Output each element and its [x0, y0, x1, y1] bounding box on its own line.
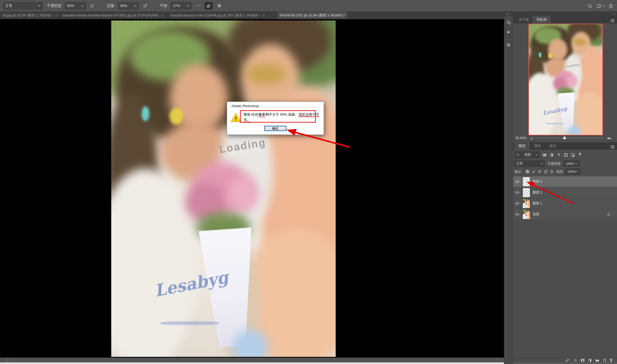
tab-histogram[interactable]: 直方图 — [515, 16, 532, 23]
layer-opacity-select[interactable]: 100% — [564, 161, 579, 167]
chevron-down-icon — [199, 5, 200, 6]
history-panel-button[interactable] — [505, 19, 512, 26]
lock-all-icon[interactable] — [550, 169, 554, 174]
filter-shape-layers-icon[interactable] — [564, 153, 568, 157]
delete-layer-trash-icon[interactable] — [609, 358, 613, 362]
layer-visibility-toggle[interactable] — [513, 187, 521, 198]
document-tab-4-active[interactable]: 0P3A6760.CR2 @ 18.8% (图层 3, RGB/8*) * × — [277, 12, 348, 19]
panel-grip[interactable] — [506, 18, 512, 18]
lock-position-move-icon[interactable] — [538, 170, 542, 174]
navigator-zoom-slider-track[interactable] — [537, 138, 604, 138]
chevron-down-icon — [602, 5, 605, 7]
brush-blend-mode-select[interactable]: 正常 — [3, 2, 43, 10]
eye-icon — [515, 180, 520, 183]
add-layer-mask-icon[interactable] — [581, 358, 585, 362]
size-pressure-button-active[interactable] — [205, 2, 213, 10]
chevron-down-icon — [134, 5, 137, 7]
clone-source-panel-button[interactable] — [505, 41, 512, 48]
navigator-preview[interactable]: Loading Lesabyg — [528, 24, 603, 135]
close-icon[interactable]: × — [263, 14, 265, 18]
workspace-switcher[interactable] — [596, 4, 605, 8]
brush-blend-mode-value: 正常 — [5, 3, 13, 8]
smoothing-value: 27% — [173, 4, 180, 8]
lock-artboard-icon[interactable] — [544, 170, 548, 174]
layer-row-3[interactable]: 图层 3 — [513, 176, 617, 187]
layer-blend-mode-select[interactable]: 正常 — [515, 161, 545, 167]
document-tab-3[interactable]: beautiful-beauty-chair-2118046.jpg @ 28%… — [168, 12, 277, 19]
message-part: 警告:任何 — [244, 112, 258, 116]
document-tab-2[interactable]: beautiful-woman-brunette-fashion-2473952… — [60, 12, 168, 19]
layer-row-background[interactable]: Loading Lesabyg 背景 — [513, 209, 617, 220]
layer-row-2[interactable]: 图层 2 — [513, 187, 617, 198]
new-group-folder-icon[interactable] — [595, 358, 599, 362]
search-icon — [516, 153, 520, 156]
eye-icon — [515, 191, 520, 194]
layers-blend-row: 正常 不透明度: 100% — [513, 160, 617, 168]
tab-paths[interactable]: 路径 — [545, 142, 560, 150]
share-icon[interactable] — [608, 3, 613, 8]
expand-panels-icon[interactable]: « — [507, 12, 508, 15]
paint-symmetry-button[interactable] — [215, 2, 223, 10]
layer-name[interactable]: 图层 1 — [533, 198, 542, 209]
layer-visibility-toggle[interactable] — [513, 209, 521, 220]
navigator-zoom-slider-thumb[interactable] — [563, 136, 566, 139]
filter-type-layers-icon[interactable]: T — [557, 153, 561, 157]
collapse-panels-icon[interactable]: » — [614, 12, 615, 15]
lock-transparency-icon[interactable] — [525, 170, 529, 174]
new-adjustment-layer-icon[interactable] — [588, 358, 592, 362]
layer-visibility-toggle[interactable] — [513, 198, 521, 209]
zoom-out-mountain-icon[interactable] — [530, 136, 534, 139]
layer-thumbnail-image[interactable]: Loading Lesabyg — [523, 199, 530, 208]
chevron-down-icon — [576, 171, 578, 172]
search-icon[interactable] — [587, 3, 593, 9]
gear-icon — [196, 3, 197, 8]
navigator-zoom-value[interactable]: 18.81% — [515, 136, 526, 140]
new-layer-icon[interactable] — [602, 358, 607, 362]
panel-grip[interactable] — [506, 39, 512, 40]
tab-layers[interactable]: 图层 — [515, 142, 529, 150]
status-bar: 〉 — [0, 358, 504, 362]
layer-thumbnail-transparent[interactable] — [523, 177, 530, 187]
airbrush-button[interactable] — [141, 2, 149, 10]
close-icon[interactable]: × — [161, 14, 163, 18]
smoothing-options-gear-button[interactable] — [194, 2, 202, 10]
filter-adjustment-layers-icon[interactable] — [549, 153, 554, 157]
layer-style-fx-icon[interactable]: fx — [573, 358, 578, 362]
flow-select[interactable]: 30% — [118, 2, 139, 10]
message-part-underlined: 选区边将不可 — [298, 112, 319, 117]
tab-channels[interactable]: 通道 — [530, 142, 545, 150]
status-expand-chevron[interactable]: 〉 — [7, 358, 10, 362]
layer-row-1[interactable]: Loading Lesabyg 图层 1 — [513, 198, 617, 209]
opacity-select[interactable]: 82% — [65, 2, 86, 10]
stamp-icon — [506, 42, 511, 47]
layer-filter-type-select[interactable]: 类型 — [515, 152, 540, 158]
layer-fill-select[interactable]: 100% — [565, 169, 580, 175]
link-layers-icon[interactable] — [565, 358, 570, 362]
chevron-down-icon — [38, 5, 40, 7]
layer-thumbnail-image[interactable]: Loading Lesabyg — [523, 210, 530, 219]
filter-pixel-layers-icon[interactable] — [542, 153, 547, 157]
actions-panel-button[interactable] — [505, 29, 512, 36]
smoothing-select[interactable]: 27% — [171, 2, 191, 10]
layer-visibility-toggle[interactable] — [513, 176, 521, 187]
layer-name[interactable]: 图层 3 — [533, 176, 542, 187]
close-icon[interactable]: × — [55, 14, 57, 18]
filter-toggle-pin-icon[interactable] — [578, 152, 582, 157]
document-canvas[interactable]: Loading Lesabyg — [0, 19, 504, 358]
filter-smart-object-icon[interactable] — [571, 153, 575, 157]
panel-menu-icon[interactable] — [611, 18, 615, 23]
chevron-down-icon — [536, 154, 538, 156]
document-tab-1[interactable]: 的.jpg @ 33.3% (图层 2, RGB/8) * × — [0, 12, 60, 19]
layer-photo-thumbnail: Loading Lesabyg — [523, 210, 530, 219]
panel-menu-icon[interactable] — [611, 145, 615, 149]
layer-name[interactable]: 图层 2 — [533, 187, 542, 198]
layer-name[interactable]: 背景 — [533, 209, 539, 220]
tab-navigator[interactable]: 导航器 — [532, 16, 550, 23]
zoom-in-mountains-icon[interactable] — [607, 136, 612, 139]
chevron-down-icon — [575, 163, 577, 164]
ok-button[interactable]: 确定 — [264, 126, 286, 131]
opacity-pressure-button[interactable] — [88, 2, 96, 10]
options-bar-right-icons — [587, 0, 613, 12]
layer-thumbnail-transparent[interactable] — [523, 188, 530, 198]
lock-paint-brush-icon[interactable] — [532, 170, 536, 174]
